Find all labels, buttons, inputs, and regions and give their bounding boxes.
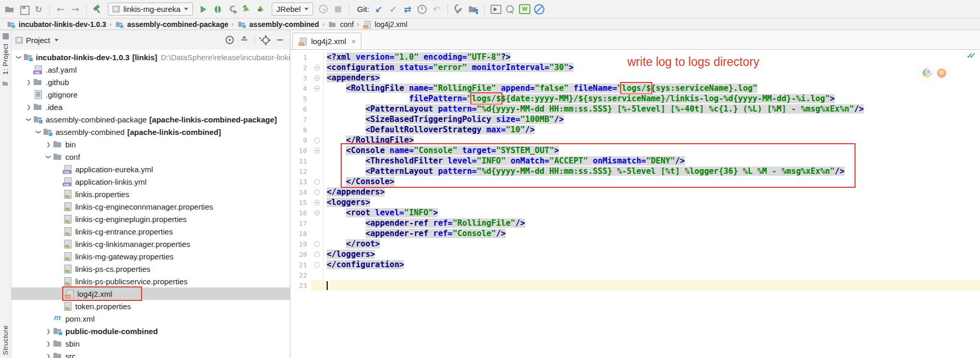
fold-marker[interactable] xyxy=(311,208,324,218)
project-tool-icon[interactable] xyxy=(3,33,9,39)
fold-end-icon[interactable] xyxy=(314,137,320,143)
tree-item-application-eureka.yml[interactable]: application-eureka.yml xyxy=(11,163,290,175)
attach-icon[interactable] xyxy=(317,3,330,16)
code-text[interactable] xyxy=(324,270,980,280)
code-text[interactable]: </root> xyxy=(324,239,980,249)
stop-icon[interactable] xyxy=(332,3,344,16)
firefox-icon[interactable] xyxy=(937,68,946,78)
chevron-right-icon[interactable] xyxy=(44,341,53,347)
tree-item-linkis.properties[interactable]: linkis.properties xyxy=(11,188,290,200)
project-structure-icon[interactable] xyxy=(467,3,480,16)
tree-item-application-linkis.yml[interactable]: application-linkis.yml xyxy=(11,175,290,188)
tree-item-assembly-combined-package[interactable]: assembly-combined-package[apache-linkis-… xyxy=(11,113,290,126)
fold-open-icon[interactable] xyxy=(314,210,320,216)
code-line-1[interactable]: 1<?xml version="1.0" encoding="UTF-8"?> xyxy=(290,52,980,62)
code-line-16[interactable]: 16 <root level="INFO"> xyxy=(290,208,980,218)
fold-marker[interactable] xyxy=(311,197,324,208)
tree-item-linkis-ps-publicservice.properties[interactable]: linkis-ps-publicservice.properties xyxy=(11,275,290,287)
tree-item-.asf.yaml[interactable]: .asf.yaml xyxy=(11,63,290,76)
fold-end-icon[interactable] xyxy=(314,241,320,247)
gear-icon[interactable] xyxy=(260,34,271,46)
tree-item-linkis-mg-gateway.properties[interactable]: linkis-mg-gateway.properties xyxy=(11,250,290,263)
code-line-4[interactable]: 4 <RollingFile name="RollingFile" append… xyxy=(290,83,980,93)
code-text[interactable]: <root level="INFO"> xyxy=(324,208,980,218)
wrench-icon[interactable] xyxy=(453,3,465,16)
fold-marker[interactable] xyxy=(311,187,324,197)
git-history-icon[interactable] xyxy=(416,3,428,16)
fold-open-icon[interactable] xyxy=(314,86,320,91)
tree-item-linkis-cg-entrance.properties[interactable]: linkis-cg-entrance.properties xyxy=(11,225,290,238)
code-text[interactable]: </configuration> xyxy=(324,259,980,270)
tree-item-.gitignore[interactable]: .gitignore xyxy=(11,88,290,101)
fold-end-icon[interactable] xyxy=(314,189,320,195)
debug-icon[interactable] xyxy=(212,3,224,16)
code-line-19[interactable]: 19 </root> xyxy=(290,239,980,249)
code-text[interactable]: </RollingFile> xyxy=(324,135,980,145)
fold-end-icon[interactable] xyxy=(314,179,320,185)
chevron-right-icon[interactable] xyxy=(24,104,33,110)
fold-end-icon[interactable] xyxy=(314,262,320,268)
tree-item-log4j2.xml[interactable]: log4j2.xml xyxy=(11,287,290,300)
open-folder-icon[interactable] xyxy=(3,3,16,16)
chevron-right-icon[interactable] xyxy=(24,79,33,85)
code-line-20[interactable]: 20</loggers> xyxy=(290,249,980,259)
chevron-down-icon[interactable] xyxy=(15,54,23,60)
run-config-combo[interactable]: linkis-mg-eureka xyxy=(108,3,193,16)
code-text[interactable]: <loggers> xyxy=(324,197,980,208)
run-window-icon[interactable] xyxy=(489,3,502,16)
profiler-alloc-icon[interactable] xyxy=(255,3,268,16)
breadcrumb-item-assembly-combined-package[interactable]: assembly-combined-package xyxy=(115,20,228,29)
code-line-17[interactable]: 17 <appender-ref ref="RollingFile"/> xyxy=(290,218,980,228)
code-line-21[interactable]: 21</configuration> xyxy=(290,259,980,270)
fold-marker[interactable] xyxy=(311,239,324,249)
chevron-right-icon[interactable] xyxy=(44,142,53,147)
code-text[interactable]: <Console name="Console" target="SYSTEM_O… xyxy=(324,145,980,156)
code-pane[interactable]: 1<?xml version="1.0" encoding="UTF-8"?>2… xyxy=(290,50,980,291)
no-entry-icon[interactable] xyxy=(533,3,545,16)
tree-item-.github[interactable]: .github xyxy=(11,76,290,88)
nav-forward-icon[interactable] xyxy=(69,3,81,16)
chrome-icon[interactable] xyxy=(922,68,932,78)
fold-marker[interactable] xyxy=(311,145,324,156)
breadcrumb-item-log4j2.xml[interactable]: log4j2.xml xyxy=(362,20,408,29)
tree-item-pom.xml[interactable]: pom.xml xyxy=(11,312,290,325)
code-line-22[interactable]: 22 xyxy=(290,270,980,280)
close-icon[interactable]: × xyxy=(352,37,356,46)
code-line-3[interactable]: 3<appenders> xyxy=(290,73,980,83)
chevron-down-icon[interactable] xyxy=(34,129,43,135)
tree-item-linkis-cg-engineplugin.properties[interactable]: linkis-cg-engineplugin.properties xyxy=(11,213,290,225)
code-text[interactable] xyxy=(324,280,980,291)
code-line-14[interactable]: 14</appenders> xyxy=(290,187,980,197)
chevron-down-icon[interactable] xyxy=(24,117,33,122)
tree-item-.idea[interactable]: .idea xyxy=(11,101,290,113)
fold-open-icon[interactable] xyxy=(314,148,320,154)
tab-log4j2-xml[interactable]: log4j2.xml × xyxy=(292,33,361,49)
code-text[interactable]: </loggers> xyxy=(324,249,980,259)
fold-marker[interactable] xyxy=(311,62,324,73)
tree-item-linkis-ps-cs.properties[interactable]: linkis-ps-cs.properties xyxy=(11,263,290,275)
tree-item-linkis-cg-engineconnmanager.properties[interactable]: linkis-cg-engineconnmanager.properties xyxy=(11,200,290,213)
tree-item-bin[interactable]: bin xyxy=(11,138,290,150)
fold-marker[interactable] xyxy=(311,73,324,83)
code-text[interactable]: <RollingFile name="RollingFile" append="… xyxy=(324,83,980,93)
code-line-8[interactable]: 8 <DefaultRolloverStrategy max="10"/> xyxy=(290,125,980,135)
w-badge-icon[interactable] xyxy=(519,3,531,16)
git-update-icon[interactable] xyxy=(372,3,385,16)
coverage-icon[interactable] xyxy=(226,3,239,16)
code-text[interactable]: </appenders> xyxy=(324,187,980,197)
fold-open-icon[interactable] xyxy=(314,75,320,81)
tree-item-public-module-combined[interactable]: public-module-combined xyxy=(11,325,290,337)
fold-end-icon[interactable] xyxy=(314,252,320,257)
tree-item-assembly-combined[interactable]: assembly-combined[apache-linkis-combined… xyxy=(11,126,290,138)
project-panel-title[interactable]: Project xyxy=(26,36,50,45)
tree-item-token.properties[interactable]: token.properties xyxy=(11,300,290,312)
code-text[interactable]: <configuration status="error" monitorInt… xyxy=(324,62,980,73)
code-text[interactable]: <appender-ref ref="RollingFile"/> xyxy=(324,218,980,228)
code-text[interactable]: <PatternLayout pattern="%d{yyyy-MM-dd HH… xyxy=(324,104,980,114)
code-line-6[interactable]: 6 <PatternLayout pattern="%d{yyyy-MM-dd … xyxy=(290,104,980,114)
search-icon[interactable] xyxy=(504,3,516,16)
hide-panel-icon[interactable] xyxy=(274,34,286,46)
code-line-7[interactable]: 7 <SizeBasedTriggeringPolicy size="100MB… xyxy=(290,114,980,125)
tool-stripe-project[interactable]: 1: Project xyxy=(2,44,9,75)
hammer-icon[interactable] xyxy=(91,3,104,16)
